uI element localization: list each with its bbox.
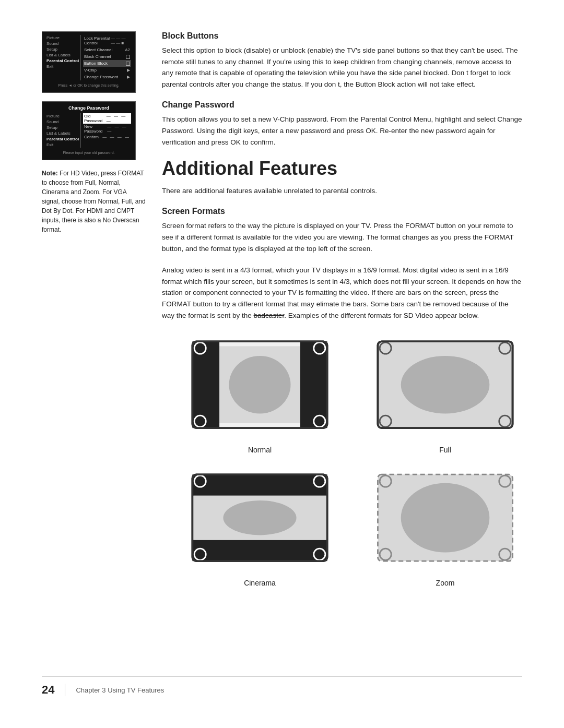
right-item-block-channel-value (126, 55, 130, 59)
menu-item-parental-control: Parental Control (46, 58, 80, 64)
right-item-vchip: V-Chip ▶ (83, 67, 131, 74)
sidebar-note: Note: For HD Video, press FORMAT to choo… (42, 169, 146, 234)
menu-item-sound: Sound (46, 41, 80, 46)
sidebar: Picture Sound Setup List & Labels Parent… (42, 31, 146, 661)
format-cinerama-label: Cinerama (244, 579, 276, 587)
footer-divider (65, 684, 65, 696)
field-confirm-label: Confirm (84, 135, 99, 139)
field-old-password: Old Password — — — — (83, 113, 131, 124)
field-new-password-label: New Password (84, 124, 107, 134)
format-zoom: Zoom (368, 470, 522, 587)
left-menu-2: Picture Sound Setup List & Labels Parent… (46, 113, 80, 148)
right-item-select-channel-label: Select Channel (84, 47, 112, 52)
menu2-item-list-labels: List & Labels (46, 130, 80, 136)
screen-formats-body2: Analog video is sent in a 4/3 format, wh… (162, 265, 522, 321)
right-item-lock-value: — — — — — ■ (111, 36, 130, 45)
right-item-select-channel-value: A2 (125, 47, 130, 52)
svg-rect-23 (192, 540, 327, 562)
screen-formats-section: Screen Formats Screen format refers to t… (162, 207, 522, 321)
menu-screenshot-1: Picture Sound Setup List & Labels Parent… (42, 31, 136, 93)
right-item-change-password-label: Change Password (84, 75, 118, 79)
menu1-hint: Press ◄ or OK to change this setting. (46, 83, 131, 87)
screen-formats-title: Screen Formats (162, 207, 522, 216)
format-zoom-label: Zoom (436, 579, 455, 587)
svg-point-19 (401, 356, 490, 414)
right-item-vchip-arrow: ▶ (127, 68, 130, 73)
right-item-select-channel: Select Channel A2 (83, 46, 131, 53)
format-normal-label: Normal (248, 446, 272, 454)
menu-item-exit: Exit (46, 64, 80, 69)
right-item-button-block-value (126, 62, 130, 66)
main-layout: Picture Sound Setup List & Labels Parent… (42, 31, 522, 661)
field-confirm-value: — — — — (102, 135, 130, 139)
footer-chapter-text: Using TV Features (108, 686, 164, 694)
main-content: Block Buttons Select this option to bloc… (162, 31, 522, 661)
additional-features-intro: There are additional features available … (162, 185, 522, 197)
menu2-hint: Please input your old password. (46, 151, 131, 154)
left-menu-1: Picture Sound Setup List & Labels Parent… (46, 35, 80, 80)
formats-row-1: Normal Full (183, 337, 522, 454)
change-password-body: This option allows you to set a new V-Ch… (162, 114, 522, 148)
menu-item-list-labels: List & Labels (46, 52, 80, 58)
right-item-lock-label: Lock Parental Control (84, 36, 111, 45)
right-menu-1: Lock Parental Control — — — — — ■ Select… (80, 35, 131, 80)
footer-chapter-label: Chapter 3 Using TV Features (76, 686, 164, 694)
svg-rect-7 (192, 341, 219, 428)
right-menu-2: Old Password — — — — New Password — — — … (80, 113, 131, 148)
screen-formats-body1: Screen format refers to the way the pict… (162, 220, 522, 254)
format-full: Full (368, 337, 522, 454)
menu2-item-exit: Exit (46, 142, 80, 148)
right-item-change-password-arrow: ▶ (127, 75, 130, 79)
field-old-password-label: Old Password (84, 114, 107, 123)
additional-features-heading: Additional Features (162, 158, 522, 179)
field-new-password-value: — — — — (107, 124, 130, 134)
block-buttons-title: Block Buttons (162, 31, 522, 41)
right-item-vchip-label: V-Chip (84, 68, 97, 73)
right-item-button-block-label: Button Block (84, 61, 108, 66)
format-normal: Normal (183, 337, 337, 454)
menu2-item-picture: Picture (46, 113, 80, 119)
right-item-block-channel-label: Block Channel (84, 54, 111, 59)
change-password-section: Change Password This option allows you t… (162, 100, 522, 148)
block-buttons-body: Select this option to block (disable) or… (162, 45, 522, 90)
menu-screenshot-2: Change Password Picture Sound Setup List… (42, 101, 136, 160)
menu2-item-sound: Sound (46, 119, 80, 125)
format-cinerama: Cinerama (183, 470, 337, 587)
format-full-label: Full (439, 446, 451, 454)
svg-rect-8 (300, 341, 327, 428)
menu2-item-parental-control: Parental Control (46, 136, 80, 142)
formats-row-2: Cinerama Zoom (183, 470, 522, 587)
format-zoom-diagram (368, 470, 522, 576)
format-normal-diagram (183, 337, 337, 443)
change-password-title: Change Password (162, 100, 522, 110)
field-confirm: Confirm — — — — (83, 134, 131, 140)
svg-point-36 (401, 483, 490, 553)
chapter-word: Chapter (76, 686, 100, 694)
strikethrough-badcaster: badcaster (254, 312, 285, 319)
svg-point-6 (229, 356, 291, 414)
right-item-button-block: Button Block (83, 60, 131, 67)
menu-item-setup: Setup (46, 46, 80, 52)
note-body: For HD Video, press FORMAT to choose fro… (42, 170, 146, 233)
svg-rect-22 (192, 474, 327, 496)
menu-item-picture: Picture (46, 35, 80, 41)
page-number: 24 (42, 683, 54, 697)
field-old-password-value: — — — — (107, 114, 130, 123)
right-item-block-channel: Block Channel (83, 53, 131, 60)
right-item-lock: Lock Parental Control — — — — — ■ (83, 35, 131, 46)
menu2-item-setup: Setup (46, 125, 80, 130)
block-buttons-section: Block Buttons Select this option to bloc… (162, 31, 522, 90)
right-item-change-password: Change Password ▶ (83, 74, 131, 80)
format-cinerama-diagram (183, 470, 337, 576)
svg-point-25 (223, 500, 296, 535)
strikethrough-elimate: elimate (316, 300, 339, 308)
menu2-title: Change Password (46, 105, 131, 111)
chapter-num: 3 (102, 686, 108, 694)
note-bold: Note: (42, 170, 58, 177)
field-new-password: New Password — — — — (83, 124, 131, 134)
page-container: Picture Sound Setup List & Labels Parent… (0, 0, 564, 728)
format-full-diagram (368, 337, 522, 443)
page-footer: 24 Chapter 3 Using TV Features (42, 676, 522, 697)
